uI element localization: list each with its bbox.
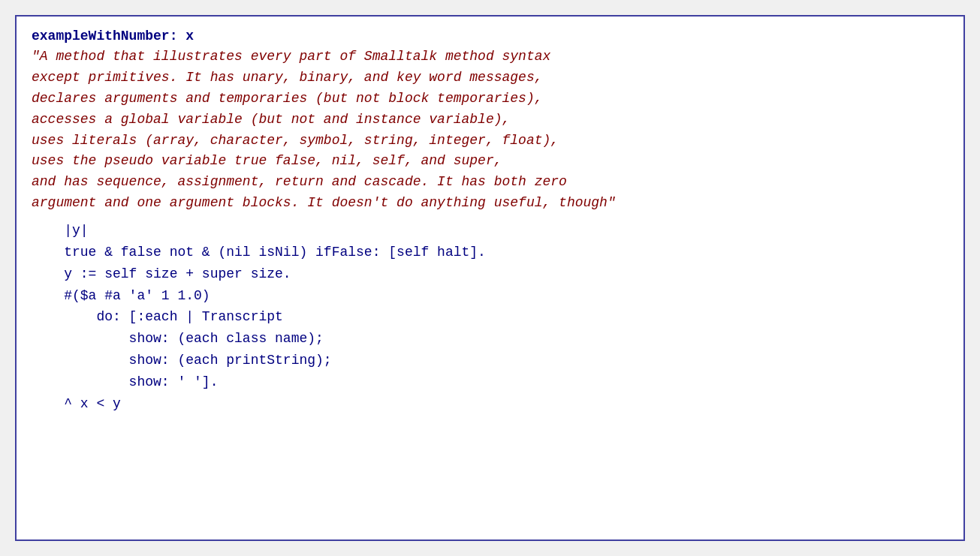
code-line-6: show: (each class name); xyxy=(32,328,948,350)
code-line-3: y := self size + super size. xyxy=(32,263,948,285)
comment-line-6: uses the pseudo variable true false, nil… xyxy=(32,153,502,168)
code-line-5: do: [:each | Transcript xyxy=(32,306,948,328)
comment-line-8: argument and one argument blocks. It doe… xyxy=(32,195,616,210)
code-block: |y| true & false not & (nil isNil) ifFal… xyxy=(32,220,948,414)
code-line-2: true & false not & (nil isNil) ifFalse: … xyxy=(32,242,948,263)
comment-line-3: declares arguments and temporaries (but … xyxy=(32,91,543,106)
comment-line-4: accesses a global variable (but not and … xyxy=(32,112,510,127)
code-line-1: |y| xyxy=(32,220,948,242)
code-line-7: show: (each printString); xyxy=(32,350,948,371)
code-line-4: #($a #a 'a' 1 1.0) xyxy=(32,285,948,307)
code-container: exampleWithNumber: x "A method that illu… xyxy=(15,15,965,541)
code-line-8: show: ' ']. xyxy=(32,371,948,393)
comment-line-7: and has sequence, assignment, return and… xyxy=(32,174,567,189)
code-line-9: ^ x < y xyxy=(32,393,948,415)
comment-line-2: except primitives. It has unary, binary,… xyxy=(32,70,543,85)
comment-line-1: "A method that illustrates every part of… xyxy=(32,49,550,64)
comment-block: "A method that illustrates every part of… xyxy=(32,47,948,214)
comment-line-5: uses literals (array, character, symbol,… xyxy=(32,133,559,148)
method-signature: exampleWithNumber: x xyxy=(32,29,948,44)
